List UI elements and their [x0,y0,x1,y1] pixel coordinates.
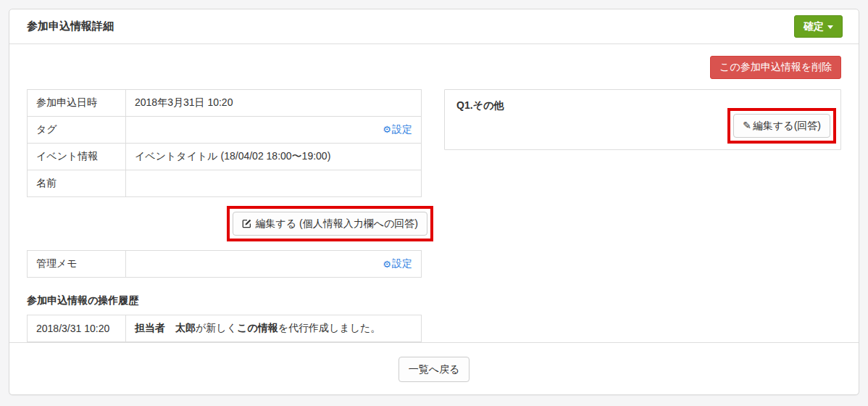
settings-link-label: 設定 [392,123,412,136]
content-columns: 参加申込日時 2018年3月31日 10:20 タグ ⚙設定 [27,89,841,343]
application-info-table: 参加申込日時 2018年3月31日 10:20 タグ ⚙設定 [27,89,422,197]
history-mid-text: が新しく [196,322,237,334]
row-label: イベント情報 [28,143,126,170]
history-actor: 担当者 太郎 [135,322,196,334]
tag-settings-link[interactable]: ⚙設定 [383,123,412,136]
left-column: 参加申込日時 2018年3月31日 10:20 タグ ⚙設定 [27,89,422,343]
history-target: この情報 [237,322,278,334]
delete-application-button[interactable]: この参加申込情報を削除 [710,56,841,79]
history-heading: 参加申込情報の操作履歴 [27,294,422,307]
pencil-icon: ✎ [743,120,751,131]
row-label: 管理メモ [28,251,126,278]
edit-answer-button-label: 編集する(回答) [753,120,821,131]
edit-answer-button[interactable]: ✎編集する(回答) [733,114,830,138]
memo-settings-link[interactable]: ⚙設定 [383,257,412,270]
name-value [126,170,422,196]
history-table: 2018/3/31 10:20 担当者 太郎が新しくこの情報を代行作成しました。 [27,315,422,342]
history-row: 2018/3/31 10:20 担当者 太郎が新しくこの情報を代行作成しました。 [28,315,422,342]
memo-table: 管理メモ ⚙設定 [27,250,422,278]
application-datetime-value: 2018年3月31日 10:20 [126,89,422,116]
row-label: 名前 [28,170,126,196]
table-row: 参加申込日時 2018年3月31日 10:20 [28,89,422,116]
table-row: 管理メモ ⚙設定 [28,251,422,278]
question-panel: Q1.その他 ✎編集する(回答) [444,89,841,151]
panel-body: この参加申込情報を削除 参加申込日時 2018年3月31日 10:20 タグ [9,44,859,342]
delete-row: この参加申込情報を削除 [27,56,841,79]
history-message: 担当者 太郎が新しくこの情報を代行作成しました。 [126,315,422,342]
edit-personal-row: 編集する (個人情報入力欄への回答) [27,206,433,242]
table-row: イベント情報 イベントタイトル (18/04/02 18:00〜19:00) [28,143,422,170]
row-label: 参加申込日時 [28,89,126,116]
gear-icon: ⚙ [383,124,391,135]
question-edit-row: ✎編集する(回答) [456,108,836,144]
history-time: 2018/3/31 10:20 [28,315,126,342]
settings-link-label: 設定 [392,257,412,270]
detail-panel: 参加申込情報詳細 確定 この参加申込情報を削除 参加申込日時 2018年3月31… [9,9,859,395]
right-column: Q1.その他 ✎編集する(回答) [444,89,841,151]
highlight-annotation: 編集する (個人情報入力欄への回答) [227,206,433,242]
edit-personal-info-button[interactable]: 編集する (個人情報入力欄への回答) [233,212,427,236]
panel-footer: 一覧へ戻る [9,342,859,396]
gear-icon: ⚙ [383,259,391,270]
table-row: 名前 [28,170,422,196]
chevron-down-icon [827,25,833,29]
event-info-value: イベントタイトル (18/04/02 18:00〜19:00) [126,143,422,170]
page-title: 参加申込情報詳細 [27,20,114,33]
confirm-button-label: 確定 [804,20,824,32]
row-label: タグ [28,116,126,143]
highlight-annotation: ✎編集する(回答) [727,108,836,144]
back-to-list-button[interactable]: 一覧へ戻る [398,357,470,383]
edit-personal-button-label: 編集する (個人情報入力欄への回答) [255,218,418,229]
table-row: タグ ⚙設定 [28,116,422,143]
confirm-dropdown-button[interactable]: 確定 [794,15,843,38]
panel-header: 参加申込情報詳細 確定 [9,9,859,44]
edit-pencil-square-icon [242,218,252,228]
history-suffix-text: を代行作成しました。 [278,322,381,334]
